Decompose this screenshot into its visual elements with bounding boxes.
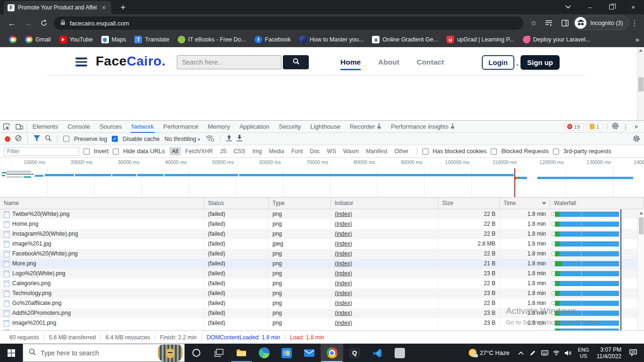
filter-type-other[interactable]: Other — [392, 147, 412, 156]
network-request-row[interactable]: Add%20Promoters.png(failed)png(index)23 … — [0, 308, 644, 318]
filter-type-font[interactable]: Font — [289, 147, 305, 156]
disable-cache-checkbox[interactable]: ✓ — [112, 136, 118, 142]
column-header-name[interactable]: Name — [0, 197, 204, 209]
filter-type-css[interactable]: CSS — [231, 147, 248, 156]
devtools-menu-icon[interactable]: ⋮ — [622, 123, 629, 131]
column-header-status[interactable]: Status — [204, 197, 269, 209]
network-wifi-icon[interactable] — [551, 350, 562, 355]
incognito-badge[interactable]: Incognito (3) — [573, 16, 629, 30]
scroll-up-icon[interactable] — [639, 49, 643, 52]
devtools-tab-network[interactable]: Network — [127, 121, 159, 133]
address-bar[interactable]: facecairo.esquall.com — [54, 16, 523, 30]
filter-type-fetchxhr[interactable]: Fetch/XHR — [182, 147, 216, 156]
column-header-size[interactable]: Size — [438, 197, 500, 209]
initiator-link[interactable]: (index) — [335, 279, 352, 288]
initiator-link[interactable]: (index) — [335, 239, 352, 249]
edge-button[interactable] — [253, 344, 275, 362]
window-minimize-button[interactable]: – — [579, 0, 601, 14]
scrollbar-thumb[interactable] — [638, 77, 644, 91]
bookmark-item[interactable]: Deploy your Laravel... — [519, 32, 595, 47]
q-app-button[interactable]: Q — [343, 344, 366, 362]
filter-type-media[interactable]: Media — [266, 147, 287, 156]
devtools-tab-recorder[interactable]: Recorder — [345, 121, 386, 133]
mail-button[interactable] — [298, 344, 321, 362]
touch-keyboard-icon[interactable] — [539, 350, 551, 355]
bookmark-item[interactable]: fFacebook — [250, 32, 295, 47]
nav-item-about[interactable]: About — [378, 58, 399, 70]
gray-app-button[interactable] — [388, 344, 411, 362]
network-request-row[interactable]: image%2001.png(failed)png(index)23 B1.8 … — [0, 318, 644, 328]
task-view-button[interactable] — [207, 344, 230, 362]
devtools-tab-memory[interactable]: Memory — [203, 121, 235, 133]
devtools-close-icon[interactable]: × — [632, 123, 640, 131]
table-scrollbar[interactable] — [637, 209, 644, 330]
volume-icon[interactable] — [562, 350, 574, 356]
hide-data-urls-checkbox[interactable] — [113, 148, 119, 155]
column-header-initiator[interactable]: Initiator — [331, 197, 438, 209]
bookmark-item[interactable]: YouTube — [55, 32, 97, 47]
bookmark-star-icon[interactable]: ☆ — [527, 17, 540, 29]
device-toolbar-icon[interactable] — [13, 121, 25, 133]
filter-funnel-icon[interactable] — [33, 135, 40, 143]
filter-type-js[interactable]: JS — [217, 147, 230, 156]
initiator-link[interactable]: (index) — [335, 308, 352, 318]
network-request-row[interactable]: Go%20afflicate.png(failed)png(index)22 B… — [0, 298, 644, 308]
devtools-tab-elements[interactable]: Elements — [28, 121, 63, 133]
signup-button[interactable]: Sign up — [520, 55, 560, 70]
preserve-log-checkbox[interactable] — [63, 136, 69, 142]
initiator-link[interactable]: (index) — [335, 209, 352, 219]
browser-tab[interactable]: F Promote Your Product and Affelia × — [4, 1, 111, 14]
action-center-icon[interactable] — [625, 349, 641, 356]
filter-type-ws[interactable]: WS — [324, 147, 339, 156]
bookmark-item[interactable]: Gmail — [21, 32, 55, 47]
window-close-button[interactable]: × — [622, 0, 644, 14]
error-count-badge[interactable]: × 19 — [564, 123, 583, 131]
side-panel-icon[interactable] — [558, 17, 571, 29]
network-request-row[interactable]: Logo%20(White).png(failed)png(index)23 B… — [0, 269, 644, 279]
filter-type-manifest[interactable]: Manifest — [363, 147, 390, 156]
devtools-tab-application[interactable]: Application — [235, 121, 274, 133]
devtools-settings-icon[interactable] — [611, 122, 619, 131]
column-header-waterfall[interactable]: Waterfall — [550, 197, 644, 209]
weather-widget[interactable]: 27°C Haze — [463, 349, 515, 357]
initiator-link[interactable]: (index) — [335, 269, 352, 279]
bookmark-item[interactable]: IT eBooks - Free Do... — [173, 32, 250, 47]
network-request-row[interactable]: More.png(failed)png(index)21 B1.8 min — [0, 259, 644, 269]
windows-ink-icon[interactable] — [527, 350, 539, 356]
nav-item-home[interactable]: Home — [340, 58, 361, 70]
record-network-log-button[interactable] — [5, 136, 10, 142]
hidden-icons-chevron[interactable] — [515, 351, 527, 355]
import-har-icon[interactable] — [226, 135, 232, 143]
devtools-tab-lighthouse[interactable]: Lighthouse — [305, 121, 345, 133]
initiator-link[interactable]: (index) — [335, 318, 352, 328]
chrome-button[interactable] — [321, 344, 343, 362]
initiator-link[interactable]: (index) — [335, 229, 352, 239]
filter-type-img[interactable]: Img — [249, 147, 264, 156]
devtools-tab-performance-insights[interactable]: Performance insights — [386, 121, 460, 133]
devtools-tab-sources[interactable]: Sources — [95, 121, 127, 133]
bookmark-item[interactable]: TTranslate — [130, 32, 173, 47]
has-blocked-cookies-checkbox[interactable] — [422, 148, 429, 155]
network-request-row[interactable]: Categories.png(failed)png(index)22 B1.8 … — [0, 279, 644, 288]
initiator-link[interactable]: (index) — [335, 259, 352, 269]
devtools-tab-performance[interactable]: Performance — [158, 121, 203, 133]
scroll-up-icon[interactable] — [639, 212, 643, 214]
column-header-time[interactable]: Time — [500, 197, 550, 209]
bookmark-item[interactable]: aOnline Gradient Ge... — [368, 32, 442, 47]
file-explor er-button[interactable] — [230, 344, 253, 362]
language-indicator[interactable]: ENG US — [574, 347, 593, 359]
filter-input[interactable] — [4, 147, 79, 156]
start-button[interactable] — [0, 344, 23, 362]
devtools-tab-security[interactable]: Security — [274, 121, 305, 133]
hamburger-menu-icon[interactable] — [75, 58, 87, 66]
page-scrollbar[interactable] — [637, 47, 644, 120]
cortana-button[interactable] — [185, 344, 207, 362]
network-overview-timeline[interactable]: 10000 ms20000 ms30000 ms40000 ms50000 ms… — [0, 158, 644, 197]
initiator-link[interactable]: (index) — [335, 288, 352, 298]
warning-count-badge[interactable]: ! 1 — [586, 123, 603, 131]
back-button[interactable]: ← — [4, 15, 20, 31]
tab-search-chevron-icon[interactable] — [557, 0, 579, 14]
site-search-button[interactable] — [283, 55, 309, 69]
network-conditions-icon[interactable] — [206, 135, 215, 143]
site-logo[interactable]: FaceCairo. — [96, 54, 165, 69]
